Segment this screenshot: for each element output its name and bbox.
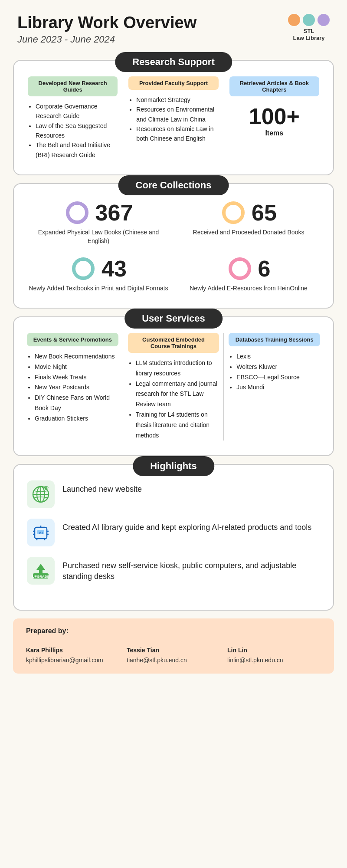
collection-item-3: 43 Newly Added Textbooks in Print and Di… [27,256,170,293]
header-text: Library Work Overview June 2023 - June 2… [17,14,196,45]
highlight-item-3: UPGRADE Purchased new self-service kiosk… [27,557,320,585]
collection-label-1: Expanded Physical Law Books (Chinese and… [27,228,170,245]
core-collections-section: Core Collections 367 Expanded Physical L… [13,183,334,309]
highlight-text-3: Purchased new self-service kiosk, public… [62,557,320,582]
collection-number-4: 6 [258,257,271,280]
collection-label-3: Newly Added Textbooks in Print and Digit… [29,284,168,293]
core-collections-title: Core Collections [118,175,229,195]
footer-person-1: Kara Phillips kphillipslibrarian@gmail.c… [26,645,120,665]
us-col2-label: Customized Embedded Course Trainings [128,333,219,353]
svg-point-3 [230,259,249,278]
svg-text:AI: AI [39,531,43,535]
us-col-3: Databases Training Sessions Lexis Wolter… [224,333,324,441]
footer-name-1: Kara Phillips [26,645,120,655]
col2-list: Nonmarket Strategy Resources on Environm… [128,95,218,144]
collection-number-1: 367 [95,201,133,224]
us-col3-label: Databases Training Sessions [229,333,320,346]
user-services-title: User Services [124,309,223,329]
research-col-3: Retrieved Articles & Book Chapters 100+ … [224,76,324,160]
logo-area: STLLaw Library [288,14,330,41]
ring-icon-purple [64,200,90,226]
user-services-grid: Events & Service Promotions New Book Rec… [14,333,333,445]
us-col2-list: LLM students introduction to library res… [128,358,219,441]
highlights-content: Launched new website AI Created AI li [14,480,333,599]
svg-marker-21 [36,564,45,570]
footer-email-3: linlin@stl.pku.edu.cn [227,655,321,665]
upgrade-icon: UPGRADE [27,557,55,585]
us-col-1: Events & Service Promotions New Book Rec… [23,333,123,441]
collection-top-3: 43 [70,256,127,282]
col1-label: Developed New Research Guides [28,76,118,96]
col3-label: Retrieved Articles & Book Chapters [229,76,319,96]
us-col1-label: Events & Service Promotions [27,333,118,346]
svg-point-1 [224,203,243,222]
collection-label-2: Received and Proceeded Donated Books [193,228,304,237]
logo-circles [288,14,330,26]
footer-prepared-label: Prepared by: [26,627,321,635]
ai-svg: AI [30,522,51,543]
retrieved-label: Items [229,129,319,137]
footer-email-1: kphillipslibrarian@gmail.com [26,655,120,665]
user-services-section: User Services Events & Service Promotion… [13,316,334,456]
collection-item-4: 6 Newly Added E-Resources from HeinOnlin… [177,256,320,293]
page-subtitle: June 2023 - June 2024 [17,34,196,45]
svg-point-8 [45,488,47,490]
retrieved-number: 100+ [229,105,319,128]
svg-point-0 [68,203,87,222]
list-item: Finals Week Treats [35,372,118,383]
research-support-section: Research Support Developed New Research … [13,60,334,175]
list-item: Graduation Stickers [35,414,118,424]
list-item: Resources on Environmental and Climate L… [136,105,218,124]
highlight-text-2: Created AI library guide and kept explor… [62,519,311,533]
list-item: The Belt and Road Initiative (BRI) Resea… [36,140,118,160]
logo-circle-2 [303,14,315,26]
footer-person-3: Lin Lin linlin@stl.pku.edu.cn [227,645,321,665]
ring-icon-orange [220,200,246,226]
list-item: New Book Recommendations [35,352,118,362]
collection-label-4: Newly Added E-Resources from HeinOnline [190,284,308,293]
list-item: DIY Chinese Fans on World Book Day [35,393,118,414]
collection-item-2: 65 Received and Proceeded Donated Books [177,200,320,245]
us-divider-1 [123,333,123,441]
col1-list: Corporate Governance Research Guide Law … [28,102,118,160]
research-grid: Developed New Research Guides Corporate … [14,76,333,164]
footer-name-3: Lin Lin [227,645,321,655]
footer-person-2: Tessie Tian tianhe@stl.pku.eud.cn [127,645,220,665]
ring-icon-green [70,256,96,282]
us-col-2: Customized Embedded Course Trainings LLM… [124,333,224,441]
list-item: Corporate Governance Research Guide [36,102,118,121]
ring-icon-pink [227,256,253,282]
list-item: EBSCO—Legal Source [236,372,320,383]
highlights-section: Highlights Launched new website [13,464,334,611]
ai-icon: AI [27,519,55,546]
research-support-title: Research Support [115,52,232,72]
research-col-2: Provided Faculty Support Nonmarket Strat… [123,76,223,160]
logo-circle-1 [288,14,300,26]
list-item: Law of the Sea Suggested Resources [36,121,118,141]
collections-grid: 367 Expanded Physical Law Books (Chinese… [14,200,333,297]
footer-name-2: Tessie Tian [127,645,220,655]
list-item: Lexis [236,352,320,362]
list-item: Movie Night [35,362,118,372]
list-item: Jus Mundi [236,382,320,393]
col2-label: Provided Faculty Support [128,76,218,90]
highlight-text-1: Launched new website [62,480,142,495]
collection-top-1: 367 [64,200,133,226]
collection-item-1: 367 Expanded Physical Law Books (Chinese… [27,200,170,245]
list-item: Wolters Kluwer [236,362,320,372]
collection-top-4: 6 [227,256,271,282]
svg-rect-22 [39,570,43,573]
collection-number-2: 65 [252,201,277,224]
upgrade-svg: UPGRADE [30,560,51,581]
research-col-1: Developed New Research Guides Corporate … [23,76,123,160]
footer-email-2: tianhe@stl.pku.eud.cn [127,655,220,665]
list-item: Legal commentary and journal research fo… [136,379,219,410]
globe-svg [30,484,51,505]
list-item: Resources on Islamic Law in both Chinese… [136,124,218,144]
list-item: Nonmarket Strategy [136,95,218,105]
logo-circle-3 [318,14,330,26]
us-col3-list: Lexis Wolters Kluwer EBSCO—Legal Source … [229,352,320,393]
highlight-item-2: AI Created AI library guide and kept exp… [27,519,320,546]
list-item: Training for L4 students on thesis liter… [136,410,219,441]
highlight-item-1: Launched new website [27,480,320,508]
